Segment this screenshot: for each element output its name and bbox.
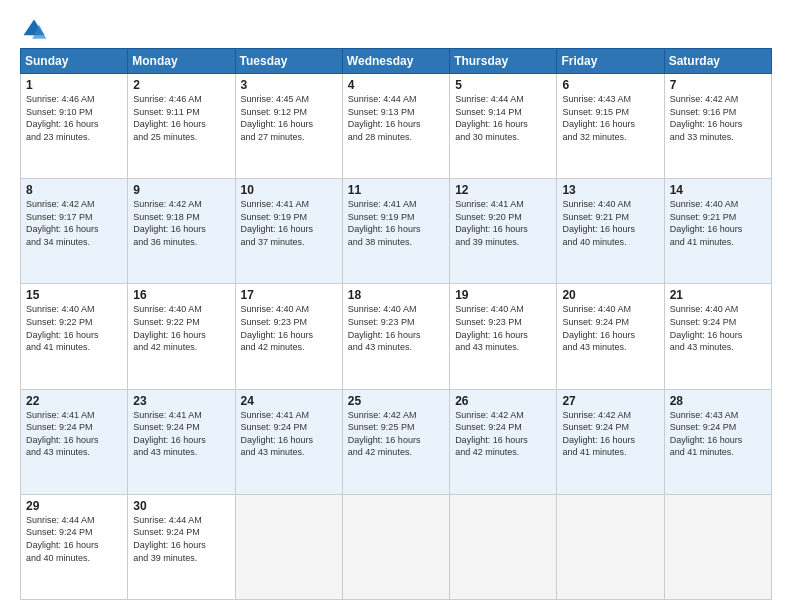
calendar-day-cell: 12 Sunrise: 4:41 AMSunset: 9:20 PMDaylig… xyxy=(450,179,557,284)
calendar-day-header: Wednesday xyxy=(342,49,449,74)
calendar-week-row: 29 Sunrise: 4:44 AMSunset: 9:24 PMDaylig… xyxy=(21,494,772,599)
day-info: Sunrise: 4:43 AMSunset: 9:15 PMDaylight:… xyxy=(562,94,635,142)
day-info: Sunrise: 4:46 AMSunset: 9:11 PMDaylight:… xyxy=(133,94,206,142)
day-info: Sunrise: 4:42 AMSunset: 9:17 PMDaylight:… xyxy=(26,199,99,247)
calendar-week-row: 1 Sunrise: 4:46 AMSunset: 9:10 PMDayligh… xyxy=(21,74,772,179)
calendar-day-cell: 29 Sunrise: 4:44 AMSunset: 9:24 PMDaylig… xyxy=(21,494,128,599)
header xyxy=(20,16,772,44)
day-info: Sunrise: 4:44 AMSunset: 9:13 PMDaylight:… xyxy=(348,94,421,142)
day-info: Sunrise: 4:44 AMSunset: 9:24 PMDaylight:… xyxy=(26,515,99,563)
calendar-table: SundayMondayTuesdayWednesdayThursdayFrid… xyxy=(20,48,772,600)
calendar-day-cell: 30 Sunrise: 4:44 AMSunset: 9:24 PMDaylig… xyxy=(128,494,235,599)
day-number: 10 xyxy=(241,183,337,197)
calendar-day-header: Friday xyxy=(557,49,664,74)
day-number: 8 xyxy=(26,183,122,197)
calendar-day-cell: 24 Sunrise: 4:41 AMSunset: 9:24 PMDaylig… xyxy=(235,389,342,494)
day-info: Sunrise: 4:40 AMSunset: 9:21 PMDaylight:… xyxy=(562,199,635,247)
calendar-week-row: 8 Sunrise: 4:42 AMSunset: 9:17 PMDayligh… xyxy=(21,179,772,284)
calendar-empty-cell xyxy=(235,494,342,599)
day-info: Sunrise: 4:42 AMSunset: 9:24 PMDaylight:… xyxy=(562,410,635,458)
calendar-day-header: Thursday xyxy=(450,49,557,74)
calendar-day-cell: 5 Sunrise: 4:44 AMSunset: 9:14 PMDayligh… xyxy=(450,74,557,179)
calendar-day-cell: 23 Sunrise: 4:41 AMSunset: 9:24 PMDaylig… xyxy=(128,389,235,494)
calendar-day-cell: 26 Sunrise: 4:42 AMSunset: 9:24 PMDaylig… xyxy=(450,389,557,494)
day-info: Sunrise: 4:42 AMSunset: 9:24 PMDaylight:… xyxy=(455,410,528,458)
logo-icon xyxy=(20,16,48,44)
day-number: 1 xyxy=(26,78,122,92)
calendar-day-cell: 16 Sunrise: 4:40 AMSunset: 9:22 PMDaylig… xyxy=(128,284,235,389)
calendar-empty-cell xyxy=(557,494,664,599)
day-number: 7 xyxy=(670,78,766,92)
day-info: Sunrise: 4:45 AMSunset: 9:12 PMDaylight:… xyxy=(241,94,314,142)
calendar-empty-cell xyxy=(664,494,771,599)
day-info: Sunrise: 4:44 AMSunset: 9:24 PMDaylight:… xyxy=(133,515,206,563)
day-number: 22 xyxy=(26,394,122,408)
calendar-day-cell: 11 Sunrise: 4:41 AMSunset: 9:19 PMDaylig… xyxy=(342,179,449,284)
day-info: Sunrise: 4:40 AMSunset: 9:21 PMDaylight:… xyxy=(670,199,743,247)
day-info: Sunrise: 4:40 AMSunset: 9:24 PMDaylight:… xyxy=(670,304,743,352)
calendar-day-cell: 2 Sunrise: 4:46 AMSunset: 9:11 PMDayligh… xyxy=(128,74,235,179)
calendar-day-cell: 4 Sunrise: 4:44 AMSunset: 9:13 PMDayligh… xyxy=(342,74,449,179)
day-number: 15 xyxy=(26,288,122,302)
day-info: Sunrise: 4:42 AMSunset: 9:25 PMDaylight:… xyxy=(348,410,421,458)
calendar-day-cell: 20 Sunrise: 4:40 AMSunset: 9:24 PMDaylig… xyxy=(557,284,664,389)
day-number: 11 xyxy=(348,183,444,197)
day-number: 18 xyxy=(348,288,444,302)
day-info: Sunrise: 4:40 AMSunset: 9:22 PMDaylight:… xyxy=(133,304,206,352)
day-number: 30 xyxy=(133,499,229,513)
calendar-empty-cell xyxy=(450,494,557,599)
calendar-day-cell: 27 Sunrise: 4:42 AMSunset: 9:24 PMDaylig… xyxy=(557,389,664,494)
calendar-day-cell: 25 Sunrise: 4:42 AMSunset: 9:25 PMDaylig… xyxy=(342,389,449,494)
calendar-day-cell: 10 Sunrise: 4:41 AMSunset: 9:19 PMDaylig… xyxy=(235,179,342,284)
day-number: 21 xyxy=(670,288,766,302)
calendar-day-cell: 22 Sunrise: 4:41 AMSunset: 9:24 PMDaylig… xyxy=(21,389,128,494)
calendar-day-cell: 18 Sunrise: 4:40 AMSunset: 9:23 PMDaylig… xyxy=(342,284,449,389)
day-info: Sunrise: 4:40 AMSunset: 9:23 PMDaylight:… xyxy=(241,304,314,352)
day-info: Sunrise: 4:46 AMSunset: 9:10 PMDaylight:… xyxy=(26,94,99,142)
day-info: Sunrise: 4:41 AMSunset: 9:24 PMDaylight:… xyxy=(133,410,206,458)
day-number: 23 xyxy=(133,394,229,408)
calendar-day-header: Sunday xyxy=(21,49,128,74)
day-number: 17 xyxy=(241,288,337,302)
calendar-day-cell: 19 Sunrise: 4:40 AMSunset: 9:23 PMDaylig… xyxy=(450,284,557,389)
day-number: 25 xyxy=(348,394,444,408)
day-number: 9 xyxy=(133,183,229,197)
calendar-day-cell: 3 Sunrise: 4:45 AMSunset: 9:12 PMDayligh… xyxy=(235,74,342,179)
day-number: 19 xyxy=(455,288,551,302)
logo xyxy=(20,16,52,44)
day-number: 29 xyxy=(26,499,122,513)
day-number: 14 xyxy=(670,183,766,197)
day-number: 20 xyxy=(562,288,658,302)
calendar-empty-cell xyxy=(342,494,449,599)
calendar-day-cell: 17 Sunrise: 4:40 AMSunset: 9:23 PMDaylig… xyxy=(235,284,342,389)
day-info: Sunrise: 4:40 AMSunset: 9:23 PMDaylight:… xyxy=(455,304,528,352)
calendar-day-cell: 7 Sunrise: 4:42 AMSunset: 9:16 PMDayligh… xyxy=(664,74,771,179)
day-info: Sunrise: 4:43 AMSunset: 9:24 PMDaylight:… xyxy=(670,410,743,458)
day-info: Sunrise: 4:42 AMSunset: 9:18 PMDaylight:… xyxy=(133,199,206,247)
day-number: 4 xyxy=(348,78,444,92)
day-number: 27 xyxy=(562,394,658,408)
day-info: Sunrise: 4:40 AMSunset: 9:24 PMDaylight:… xyxy=(562,304,635,352)
day-info: Sunrise: 4:41 AMSunset: 9:24 PMDaylight:… xyxy=(26,410,99,458)
day-number: 16 xyxy=(133,288,229,302)
day-info: Sunrise: 4:40 AMSunset: 9:23 PMDaylight:… xyxy=(348,304,421,352)
day-info: Sunrise: 4:41 AMSunset: 9:20 PMDaylight:… xyxy=(455,199,528,247)
day-info: Sunrise: 4:42 AMSunset: 9:16 PMDaylight:… xyxy=(670,94,743,142)
day-info: Sunrise: 4:41 AMSunset: 9:19 PMDaylight:… xyxy=(348,199,421,247)
day-info: Sunrise: 4:40 AMSunset: 9:22 PMDaylight:… xyxy=(26,304,99,352)
day-number: 5 xyxy=(455,78,551,92)
day-info: Sunrise: 4:41 AMSunset: 9:19 PMDaylight:… xyxy=(241,199,314,247)
day-number: 13 xyxy=(562,183,658,197)
day-number: 12 xyxy=(455,183,551,197)
day-number: 2 xyxy=(133,78,229,92)
calendar-day-cell: 28 Sunrise: 4:43 AMSunset: 9:24 PMDaylig… xyxy=(664,389,771,494)
day-number: 6 xyxy=(562,78,658,92)
day-number: 24 xyxy=(241,394,337,408)
calendar-header-row: SundayMondayTuesdayWednesdayThursdayFrid… xyxy=(21,49,772,74)
calendar-day-cell: 13 Sunrise: 4:40 AMSunset: 9:21 PMDaylig… xyxy=(557,179,664,284)
calendar-day-cell: 8 Sunrise: 4:42 AMSunset: 9:17 PMDayligh… xyxy=(21,179,128,284)
day-number: 28 xyxy=(670,394,766,408)
calendar-day-cell: 9 Sunrise: 4:42 AMSunset: 9:18 PMDayligh… xyxy=(128,179,235,284)
calendar-week-row: 22 Sunrise: 4:41 AMSunset: 9:24 PMDaylig… xyxy=(21,389,772,494)
day-info: Sunrise: 4:41 AMSunset: 9:24 PMDaylight:… xyxy=(241,410,314,458)
